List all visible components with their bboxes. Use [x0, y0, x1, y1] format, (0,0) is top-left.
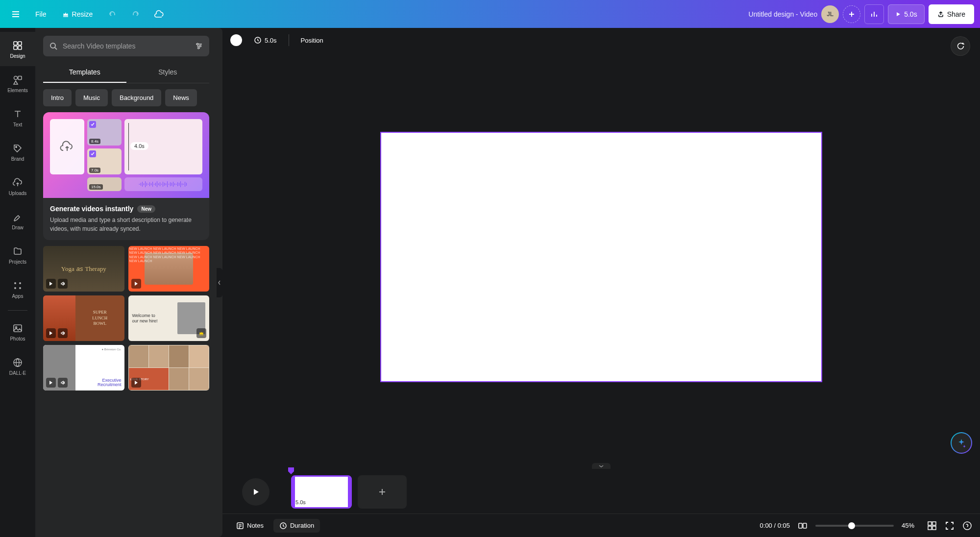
pages-view-icon[interactable] [798, 521, 808, 531]
duration-badge: 15.0s [89, 184, 103, 190]
nav-photos[interactable]: Photos [0, 315, 35, 349]
file-menu-button[interactable]: File [29, 4, 52, 24]
nav-text[interactable]: Text [0, 100, 35, 135]
redo-button[interactable] [126, 4, 146, 24]
share-button[interactable]: Share [929, 4, 974, 24]
svg-rect-26 [932, 526, 936, 530]
cloud-upload-icon [59, 139, 75, 155]
play-preview-button[interactable]: 5.0s [888, 4, 924, 24]
duration-label: Duration [290, 522, 314, 529]
timeline-play-button[interactable] [242, 478, 270, 506]
zoom-slider[interactable] [815, 525, 894, 527]
template-thumb[interactable]: Welcome toour new hire! [128, 295, 210, 341]
canvas-page[interactable] [380, 132, 822, 382]
promo-upload-tile [50, 119, 84, 174]
svg-point-8 [19, 282, 21, 284]
design-icon [12, 40, 24, 51]
menu-button[interactable] [6, 4, 25, 24]
bottom-right: 0:00 / 0:05 45% [760, 521, 972, 531]
main-area: Design Elements Text Brand Uploads Draw … [0, 28, 980, 537]
magic-button[interactable] [951, 432, 972, 454]
zoom-level[interactable]: 45% [902, 522, 919, 529]
cloud-sync-icon[interactable] [149, 4, 169, 24]
play-icon [46, 328, 56, 338]
new-badge: New [137, 205, 155, 213]
template-thumb[interactable]: SUPERLUNCHBOWL [43, 295, 124, 341]
nav-dalle[interactable]: DALL·E [0, 349, 35, 383]
timeline-collapse-handle[interactable] [592, 463, 611, 469]
svg-rect-0 [14, 42, 17, 45]
clip-duration-label: 5.0s [295, 499, 306, 505]
chip-intro[interactable]: Intro [43, 89, 72, 106]
nav-brand[interactable]: Brand [0, 135, 35, 169]
color-picker[interactable] [230, 34, 242, 46]
toolbar-separator [289, 34, 289, 46]
promo-card[interactable]: 8.4s 4.0s 7.0s 15.0s [43, 112, 209, 240]
waveform-icon [128, 180, 198, 188]
nav-draw[interactable]: Draw [0, 203, 35, 238]
playhead-marker[interactable] [288, 467, 294, 474]
chip-news[interactable]: News [165, 89, 197, 106]
search-box[interactable] [43, 36, 209, 56]
fullscreen-icon[interactable] [945, 521, 955, 531]
undo-button[interactable] [102, 4, 122, 24]
svg-rect-24 [932, 522, 936, 525]
search-input[interactable] [63, 42, 190, 50]
template-thumb[interactable]: LOVE STORY [128, 345, 210, 391]
check-icon [89, 121, 96, 128]
add-clip-button[interactable] [358, 475, 407, 509]
play-duration-label: 5.0s [904, 10, 917, 18]
canvas-area: 5.0s Position [222, 28, 980, 537]
svg-point-10 [19, 287, 21, 289]
duration-button[interactable]: Duration [273, 519, 320, 533]
resize-button[interactable]: Resize [56, 4, 99, 24]
chip-music[interactable]: Music [75, 89, 108, 106]
projects-icon [12, 245, 24, 257]
zoom-slider-thumb[interactable] [848, 522, 855, 529]
nav-design[interactable]: Design [0, 32, 35, 66]
template-thumb[interactable]: ● Brimston Co. ExecutiveRecruitment [43, 345, 124, 391]
top-bar-left: File Resize [6, 4, 745, 24]
panel-tabs: Templates Styles [43, 62, 209, 83]
nav-projects[interactable]: Projects [0, 238, 35, 272]
svg-rect-5 [18, 76, 22, 79]
filter-icon[interactable] [195, 42, 203, 50]
promo-tile: 8.4s [87, 119, 122, 146]
help-icon[interactable] [962, 521, 972, 531]
timeline-clip[interactable]: 5.0s [291, 475, 352, 509]
tab-styles[interactable]: Styles [126, 62, 210, 83]
add-collaborator-button[interactable] [843, 5, 860, 23]
clip-handle-left[interactable] [291, 477, 295, 507]
nav-label: Elements [7, 88, 28, 93]
template-thumb[interactable]: NEW LAUNCH NEW LAUNCH NEW LAUNCH NEW LAU… [128, 246, 210, 292]
user-avatar[interactable]: JL [821, 5, 839, 23]
mute-icon [58, 279, 68, 289]
promo-tile-big: 4.0s [124, 119, 202, 174]
svg-rect-21 [799, 523, 802, 528]
share-label: Share [947, 10, 965, 18]
chip-background[interactable]: Background [112, 89, 161, 106]
design-title[interactable]: Untitled design - Video [749, 10, 818, 18]
notes-button[interactable]: Notes [230, 519, 270, 533]
duration-button[interactable]: 5.0s [248, 31, 283, 49]
nav-label: Design [10, 53, 25, 59]
tab-templates[interactable]: Templates [43, 62, 126, 83]
nav-uploads[interactable]: Uploads [0, 169, 35, 203]
nav-elements[interactable]: Elements [0, 66, 35, 100]
nav-label: Projects [9, 259, 26, 265]
canvas-viewport [222, 52, 980, 462]
clip-handle-right[interactable] [348, 477, 352, 507]
template-grid: Yoga as Therapy NEW LAUNCH NEW LAUNCH NE… [43, 246, 209, 391]
collapse-handle[interactable] [217, 268, 222, 297]
nav-apps[interactable]: Apps [0, 272, 35, 306]
template-thumb[interactable]: Yoga as Therapy [43, 246, 124, 292]
brand-icon [12, 143, 24, 154]
svg-point-4 [14, 76, 18, 79]
grid-view-icon[interactable] [927, 521, 937, 531]
insights-button[interactable] [864, 4, 884, 24]
position-button[interactable]: Position [295, 31, 329, 49]
svg-point-9 [14, 287, 16, 289]
uploads-icon [12, 177, 24, 189]
nav-label: Text [13, 122, 22, 127]
promo-description: Upload media and type a short descriptio… [50, 216, 202, 233]
